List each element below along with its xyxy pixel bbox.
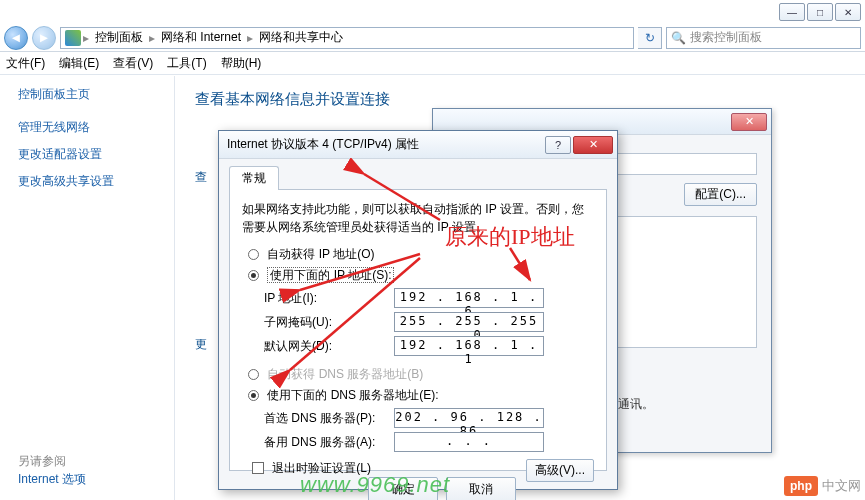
alternate-dns-input[interactable]: . . .: [394, 432, 544, 452]
chevron-right-icon: ▸: [149, 31, 155, 45]
help-button[interactable]: ?: [545, 136, 571, 154]
maximize-button[interactable]: □: [807, 3, 833, 21]
radio-manual-dns[interactable]: 使用下面的 DNS 服务器地址(E):: [248, 387, 594, 404]
brand-badge: php 中文网: [784, 476, 861, 496]
search-placeholder: 搜索控制面板: [690, 29, 762, 46]
radio-icon: [248, 249, 259, 260]
search-icon: 🔍: [671, 31, 686, 45]
subnet-mask-input[interactable]: 255 . 255 . 255 . 0: [394, 312, 544, 332]
radio-icon: [248, 390, 259, 401]
chevron-right-icon: ▸: [247, 31, 253, 45]
cancel-button[interactable]: 取消: [446, 477, 516, 500]
preferred-dns-input[interactable]: 202 . 96 . 128 . 86: [394, 408, 544, 428]
alternate-dns-label: 备用 DNS 服务器(A):: [264, 434, 394, 451]
back-button[interactable]: ◄: [4, 26, 28, 50]
ip-address-input[interactable]: 192 . 168 . 1 . 6: [394, 288, 544, 308]
crumb-control-panel[interactable]: 控制面板: [91, 29, 147, 46]
see-also-internet-options[interactable]: Internet 选项: [18, 471, 86, 488]
radio-auto-dns: 自动获得 DNS 服务器地址(B): [248, 366, 594, 383]
adapter-close-button[interactable]: ✕: [731, 113, 767, 131]
dialog-title: Internet 协议版本 4 (TCP/IPv4) 属性: [227, 136, 419, 153]
ipv4-properties-dialog: Internet 协议版本 4 (TCP/IPv4) 属性 ? ✕ 常规 如果网…: [218, 130, 618, 490]
radio-manual-ip[interactable]: 使用下面的 IP 地址(S):: [248, 267, 594, 284]
gateway-input[interactable]: 192 . 168 . 1 . 1: [394, 336, 544, 356]
configure-button[interactable]: 配置(C)...: [684, 183, 757, 206]
minimize-button[interactable]: —: [779, 3, 805, 21]
radio-icon: [248, 270, 259, 281]
crumb-network-internet[interactable]: 网络和 Internet: [157, 29, 245, 46]
sidebar-item-wireless[interactable]: 管理无线网络: [18, 119, 174, 136]
subnet-mask-label: 子网掩码(U):: [264, 314, 394, 331]
search-input[interactable]: 🔍 搜索控制面板: [666, 27, 861, 49]
menu-file[interactable]: 文件(F): [6, 55, 45, 72]
forward-button[interactable]: ►: [32, 26, 56, 50]
menu-help[interactable]: 帮助(H): [221, 55, 262, 72]
preferred-dns-label: 首选 DNS 服务器(P):: [264, 410, 394, 427]
sidebar: 控制面板主页 管理无线网络 更改适配器设置 更改高级共享设置 另请参阅 Inte…: [0, 76, 175, 500]
crumb-sharing-center[interactable]: 网络和共享中心: [255, 29, 347, 46]
advanced-button[interactable]: 高级(V)...: [526, 459, 594, 482]
menu-bar: 文件(F) 编辑(E) 查看(V) 工具(T) 帮助(H): [0, 53, 865, 75]
checkbox-icon: [252, 462, 264, 474]
refresh-button[interactable]: ↻: [638, 27, 662, 49]
watermark: www.9969.net: [300, 472, 450, 498]
dialog-close-button[interactable]: ✕: [573, 136, 613, 154]
brand-text: 中文网: [822, 477, 861, 495]
tab-general[interactable]: 常规: [229, 166, 279, 190]
info-text: 如果网络支持此功能，则可以获取自动指派的 IP 设置。否则，您需要从网络系统管理…: [242, 200, 594, 236]
breadcrumb[interactable]: ▸ 控制面板 ▸ 网络和 Internet ▸ 网络和共享中心: [60, 27, 634, 49]
ip-address-label: IP 地址(I):: [264, 290, 394, 307]
radio-icon: [248, 369, 259, 380]
address-bar: ◄ ► ▸ 控制面板 ▸ 网络和 Internet ▸ 网络和共享中心 ↻ 🔍 …: [0, 24, 865, 52]
menu-tools[interactable]: 工具(T): [167, 55, 206, 72]
control-panel-icon: [65, 30, 81, 46]
gateway-label: 默认网关(D):: [264, 338, 394, 355]
brand-logo: php: [784, 476, 818, 496]
chevron-right-icon: ▸: [83, 31, 89, 45]
menu-edit[interactable]: 编辑(E): [59, 55, 99, 72]
page-title: 查看基本网络信息并设置连接: [195, 90, 845, 109]
see-also-label: 另请参阅: [18, 453, 66, 470]
sidebar-home[interactable]: 控制面板主页: [18, 86, 174, 103]
sidebar-item-sharing[interactable]: 更改高级共享设置: [18, 173, 174, 190]
radio-auto-ip[interactable]: 自动获得 IP 地址(O): [248, 246, 594, 263]
close-button[interactable]: ✕: [835, 3, 861, 21]
menu-view[interactable]: 查看(V): [113, 55, 153, 72]
sidebar-item-adapter[interactable]: 更改适配器设置: [18, 146, 174, 163]
